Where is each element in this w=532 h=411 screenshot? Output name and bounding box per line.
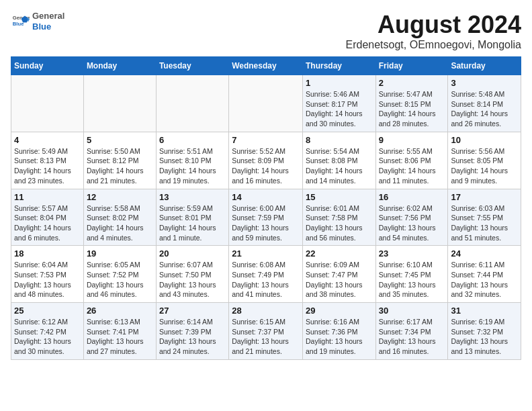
- calendar-table: SundayMondayTuesdayWednesdayThursdayFrid…: [11, 56, 521, 360]
- day-number: 21: [232, 248, 300, 259]
- calendar-cell: 24Sunrise: 6:11 AM Sunset: 7:44 PM Dayli…: [448, 246, 521, 303]
- day-number: 15: [306, 192, 373, 202]
- day-info: Sunrise: 5:54 AM Sunset: 8:08 PM Dayligh…: [306, 146, 373, 186]
- logo-text: General Blue: [32, 11, 64, 32]
- calendar-cell: 18Sunrise: 6:04 AM Sunset: 7:53 PM Dayli…: [11, 246, 84, 303]
- day-number: 25: [14, 306, 81, 316]
- calendar-cell: 5Sunrise: 5:50 AM Sunset: 8:12 PM Daylig…: [83, 132, 156, 189]
- day-info: Sunrise: 6:16 AM Sunset: 7:36 PM Dayligh…: [306, 317, 373, 357]
- day-number: 5: [87, 135, 153, 145]
- logo-blue-text: Blue: [32, 21, 64, 32]
- day-info: Sunrise: 6:03 AM Sunset: 7:55 PM Dayligh…: [451, 203, 518, 243]
- calendar-cell: [83, 75, 156, 132]
- calendar-cell: 11Sunrise: 5:57 AM Sunset: 8:04 PM Dayli…: [11, 189, 84, 246]
- day-info: Sunrise: 6:04 AM Sunset: 7:53 PM Dayligh…: [14, 260, 81, 300]
- day-number: 4: [14, 135, 81, 145]
- calendar-cell: 19Sunrise: 6:05 AM Sunset: 7:52 PM Dayli…: [83, 246, 156, 303]
- calendar-cell: 7Sunrise: 5:52 AM Sunset: 8:09 PM Daylig…: [229, 132, 303, 189]
- day-number: 11: [14, 192, 81, 202]
- day-number: 1: [306, 78, 373, 88]
- day-info: Sunrise: 6:08 AM Sunset: 7:49 PM Dayligh…: [232, 260, 300, 300]
- calendar-week-1: 1Sunrise: 5:46 AM Sunset: 8:17 PM Daylig…: [11, 75, 521, 132]
- day-info: Sunrise: 5:57 AM Sunset: 8:04 PM Dayligh…: [14, 203, 81, 243]
- day-info: Sunrise: 6:12 AM Sunset: 7:42 PM Dayligh…: [14, 317, 81, 357]
- day-info: Sunrise: 5:48 AM Sunset: 8:14 PM Dayligh…: [451, 89, 518, 129]
- day-number: 24: [451, 248, 518, 259]
- calendar-cell: [229, 75, 303, 132]
- calendar-cell: 21Sunrise: 6:08 AM Sunset: 7:49 PM Dayli…: [229, 246, 303, 303]
- day-number: 19: [87, 248, 153, 259]
- calendar-cell: 12Sunrise: 5:58 AM Sunset: 8:02 PM Dayli…: [83, 189, 156, 246]
- calendar-week-2: 4Sunrise: 5:49 AM Sunset: 8:13 PM Daylig…: [11, 132, 521, 189]
- day-number: 16: [379, 192, 445, 202]
- calendar-cell: 28Sunrise: 6:15 AM Sunset: 7:37 PM Dayli…: [229, 303, 303, 360]
- day-info: Sunrise: 6:09 AM Sunset: 7:47 PM Dayligh…: [306, 260, 373, 300]
- day-info: Sunrise: 6:10 AM Sunset: 7:45 PM Dayligh…: [379, 260, 445, 300]
- day-number: 6: [159, 135, 226, 145]
- day-number: 27: [159, 306, 226, 316]
- day-header-friday: Friday: [375, 57, 448, 75]
- calendar-cell: 26Sunrise: 6:13 AM Sunset: 7:41 PM Dayli…: [83, 303, 156, 360]
- calendar-cell: 10Sunrise: 5:56 AM Sunset: 8:05 PM Dayli…: [448, 132, 521, 189]
- day-info: Sunrise: 5:51 AM Sunset: 8:10 PM Dayligh…: [159, 146, 226, 186]
- day-number: 3: [451, 78, 518, 88]
- day-number: 26: [87, 306, 153, 316]
- day-number: 14: [232, 192, 300, 202]
- calendar-cell: 23Sunrise: 6:10 AM Sunset: 7:45 PM Dayli…: [375, 246, 448, 303]
- day-info: Sunrise: 5:50 AM Sunset: 8:12 PM Dayligh…: [87, 146, 153, 186]
- day-header-thursday: Thursday: [302, 57, 375, 75]
- logo-general-text: General: [32, 11, 64, 21]
- title-area: August 2024 Erdenetsogt, OEmnoegovi, Mon…: [346, 11, 521, 51]
- day-info: Sunrise: 5:47 AM Sunset: 8:15 PM Dayligh…: [379, 89, 445, 129]
- page-header: General Blue General Blue August 2024 Er…: [11, 11, 521, 51]
- calendar-cell: 14Sunrise: 6:00 AM Sunset: 7:59 PM Dayli…: [229, 189, 303, 246]
- calendar-cell: 2Sunrise: 5:47 AM Sunset: 8:15 PM Daylig…: [375, 75, 448, 132]
- calendar-cell: [156, 75, 228, 132]
- day-header-sunday: Sunday: [11, 57, 84, 75]
- calendar-cell: [11, 75, 84, 132]
- day-info: Sunrise: 5:52 AM Sunset: 8:09 PM Dayligh…: [232, 146, 300, 186]
- calendar-week-5: 25Sunrise: 6:12 AM Sunset: 7:42 PM Dayli…: [11, 303, 521, 360]
- day-number: 20: [159, 248, 226, 259]
- calendar-cell: 29Sunrise: 6:16 AM Sunset: 7:36 PM Dayli…: [302, 303, 375, 360]
- day-number: 22: [306, 248, 373, 259]
- day-number: 9: [379, 135, 445, 145]
- calendar-cell: 16Sunrise: 6:02 AM Sunset: 7:56 PM Dayli…: [375, 189, 448, 246]
- day-number: 23: [379, 248, 445, 259]
- calendar-cell: 31Sunrise: 6:19 AM Sunset: 7:32 PM Dayli…: [448, 303, 521, 360]
- day-number: 17: [451, 192, 518, 202]
- page-subtitle: Erdenetsogt, OEmnoegovi, Mongolia: [346, 39, 521, 51]
- day-info: Sunrise: 5:46 AM Sunset: 8:17 PM Dayligh…: [306, 89, 373, 129]
- day-info: Sunrise: 6:00 AM Sunset: 7:59 PM Dayligh…: [232, 203, 300, 243]
- calendar-cell: 13Sunrise: 5:59 AM Sunset: 8:01 PM Dayli…: [156, 189, 228, 246]
- day-number: 29: [306, 306, 373, 316]
- day-info: Sunrise: 5:49 AM Sunset: 8:13 PM Dayligh…: [14, 146, 81, 186]
- day-info: Sunrise: 5:58 AM Sunset: 8:02 PM Dayligh…: [87, 203, 153, 243]
- calendar-header-row: SundayMondayTuesdayWednesdayThursdayFrid…: [11, 57, 521, 75]
- calendar-week-4: 18Sunrise: 6:04 AM Sunset: 7:53 PM Dayli…: [11, 246, 521, 303]
- calendar-cell: 17Sunrise: 6:03 AM Sunset: 7:55 PM Dayli…: [448, 189, 521, 246]
- calendar-cell: 22Sunrise: 6:09 AM Sunset: 7:47 PM Dayli…: [302, 246, 375, 303]
- day-header-monday: Monday: [83, 57, 156, 75]
- calendar-cell: 30Sunrise: 6:17 AM Sunset: 7:34 PM Dayli…: [375, 303, 448, 360]
- day-info: Sunrise: 5:55 AM Sunset: 8:06 PM Dayligh…: [379, 146, 445, 186]
- day-header-saturday: Saturday: [448, 57, 521, 75]
- calendar-cell: 27Sunrise: 6:14 AM Sunset: 7:39 PM Dayli…: [156, 303, 228, 360]
- day-header-wednesday: Wednesday: [229, 57, 303, 75]
- day-number: 12: [87, 192, 153, 202]
- calendar-week-3: 11Sunrise: 5:57 AM Sunset: 8:04 PM Dayli…: [11, 189, 521, 246]
- logo: General Blue General Blue: [11, 11, 64, 32]
- day-info: Sunrise: 6:11 AM Sunset: 7:44 PM Dayligh…: [451, 260, 518, 300]
- calendar-cell: 20Sunrise: 6:07 AM Sunset: 7:50 PM Dayli…: [156, 246, 228, 303]
- day-number: 18: [14, 248, 81, 259]
- day-info: Sunrise: 6:13 AM Sunset: 7:41 PM Dayligh…: [87, 317, 153, 357]
- day-number: 7: [232, 135, 300, 145]
- calendar-cell: 15Sunrise: 6:01 AM Sunset: 7:58 PM Dayli…: [302, 189, 375, 246]
- day-info: Sunrise: 6:02 AM Sunset: 7:56 PM Dayligh…: [379, 203, 445, 243]
- day-info: Sunrise: 6:19 AM Sunset: 7:32 PM Dayligh…: [451, 317, 518, 357]
- logo-icon: General Blue: [11, 12, 30, 31]
- page-title: August 2024: [346, 11, 521, 39]
- day-info: Sunrise: 6:17 AM Sunset: 7:34 PM Dayligh…: [379, 317, 445, 357]
- day-info: Sunrise: 6:15 AM Sunset: 7:37 PM Dayligh…: [232, 317, 300, 357]
- calendar-cell: 1Sunrise: 5:46 AM Sunset: 8:17 PM Daylig…: [302, 75, 375, 132]
